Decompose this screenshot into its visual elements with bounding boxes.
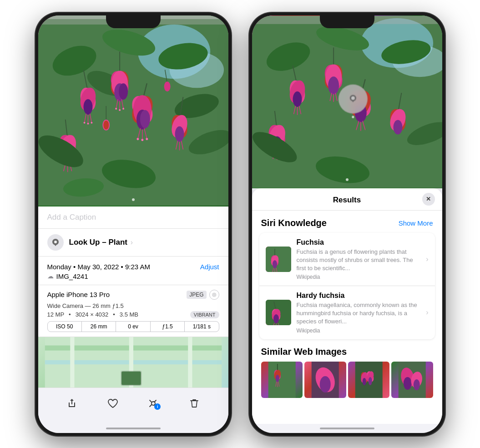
svg-point-60 <box>164 81 170 91</box>
phone2-screen: Results ✕ Siri Knowledge Show More <box>252 15 442 433</box>
svg-point-27 <box>83 121 85 123</box>
svg-point-94 <box>293 91 302 107</box>
similar-image-3[interactable] <box>348 362 390 398</box>
svg-point-58 <box>103 120 109 129</box>
adjust-button[interactable]: Adjust <box>200 263 219 271</box>
svg-rect-73 <box>188 337 192 388</box>
metadata-section: Monday • May 30, 2022 • 9:23 AM Adjust ☁… <box>38 257 228 285</box>
home-bar-2 <box>320 428 374 429</box>
photo-view-2[interactable] <box>252 15 442 188</box>
svg-point-17 <box>115 108 117 110</box>
show-more-button[interactable]: Show More <box>399 219 433 227</box>
notch-2 <box>320 13 374 28</box>
hardy-source: Wikipedia <box>297 327 421 334</box>
svg-point-67 <box>54 241 57 243</box>
svg-point-115 <box>393 120 402 134</box>
svg-point-29 <box>91 121 92 123</box>
date-text: Monday • May 30, 2022 • 9:23 AM <box>47 263 150 271</box>
map-section[interactable] <box>38 337 228 388</box>
svg-point-147 <box>320 376 331 393</box>
siri-knowledge-header: Siri Knowledge Show More <box>252 211 442 233</box>
ev-cell: 0 ev <box>116 322 150 332</box>
results-header: Results ✕ <box>252 188 442 211</box>
hardy-chevron: › <box>426 308 428 317</box>
svg-point-159 <box>414 379 420 390</box>
similar-title: Similar Web Images <box>261 347 433 357</box>
knowledge-item-fuchsia[interactable]: Fuchsia Fuchsia is a genus of flowering … <box>259 233 435 287</box>
fuchsia-info: Fuchsia Fuchsia is a genus of flowering … <box>297 238 421 281</box>
format-badge: JPEG <box>187 291 206 299</box>
phone-1: Add a Caption Look Up – Plant › <box>35 13 231 436</box>
close-button[interactable]: ✕ <box>422 193 435 206</box>
siri-knowledge-title: Siri Knowledge <box>261 218 327 228</box>
camera-model: Apple iPhone 13 Pro <box>47 291 110 298</box>
svg-point-13 <box>119 83 128 100</box>
svg-rect-75 <box>121 371 141 385</box>
fuchsia-name: Fuchsia <box>297 238 421 247</box>
filename: IMG_4241 <box>56 272 88 280</box>
similar-section: Similar Web Images <box>252 339 442 403</box>
favorite-button[interactable] <box>103 393 123 413</box>
lens-info: Wide Camera — 26 mm ƒ1.5 <box>47 302 219 309</box>
iso-cell: ISO 50 <box>48 322 82 332</box>
phone-2: Results ✕ Siri Knowledge Show More <box>249 13 445 436</box>
phone1-screen: Add a Caption Look Up – Plant › <box>38 15 228 433</box>
hardy-desc: Fuchsia magellanica, commonly known as t… <box>297 301 421 326</box>
toolbar: i <box>38 388 228 424</box>
vs-indicator-dot <box>352 116 354 118</box>
similar-images <box>261 362 433 398</box>
phone2-content: Results ✕ Siri Knowledge Show More <box>252 15 442 424</box>
shutter-cell: 1/181 s <box>185 322 218 332</box>
photo-page-indicator-2 <box>346 178 349 181</box>
info-badge: i <box>154 403 161 410</box>
lookup-label: Look Up – Plant › <box>69 238 133 247</box>
svg-point-19 <box>122 108 124 110</box>
fuchsia-source: Wikipedia <box>297 274 421 280</box>
hardy-name: Hardy fuchsia <box>297 292 421 300</box>
similar-image-1[interactable] <box>261 362 303 398</box>
svg-point-28 <box>87 122 89 124</box>
hardy-thumbnail <box>266 300 291 325</box>
lookup-chevron: › <box>131 238 133 246</box>
svg-point-157 <box>404 377 412 390</box>
lookup-icon <box>47 234 64 251</box>
svg-point-125 <box>273 260 277 268</box>
svg-rect-137 <box>268 362 295 398</box>
svg-point-41 <box>146 138 148 140</box>
svg-point-154 <box>368 377 372 385</box>
share-button[interactable] <box>62 393 82 413</box>
svg-point-39 <box>136 138 139 140</box>
fuchsia-desc: Fuchsia is a genus of flowering plants t… <box>297 248 421 273</box>
results-scroll[interactable]: Siri Knowledge Show More <box>252 211 442 424</box>
lookup-row[interactable]: Look Up – Plant › <box>38 229 228 257</box>
home-indicator-2 <box>252 424 442 433</box>
fuchsia-thumbnail <box>266 247 291 272</box>
cloud-icon: ☁ <box>47 272 54 280</box>
trash-icon <box>189 398 199 409</box>
aperture-cell: ƒ1.5 <box>151 322 185 332</box>
visual-search-icon <box>345 91 360 106</box>
similar-image-2[interactable] <box>304 362 346 398</box>
similar-image-4[interactable] <box>391 362 433 398</box>
results-panel: Results ✕ Siri Knowledge Show More <box>252 188 442 424</box>
share-icon <box>66 398 77 409</box>
delete-button[interactable] <box>184 393 204 413</box>
exif-row: ISO 50 26 mm 0 ev ƒ1.5 1/181 s <box>47 321 219 332</box>
tech-specs: 12 MP • 3024 × 4032 • 3.5 MB VIBRANT <box>47 311 219 318</box>
home-bar <box>106 428 161 429</box>
svg-point-133 <box>273 314 279 323</box>
home-indicator <box>38 424 228 433</box>
fuchsia-chevron: › <box>426 255 428 263</box>
knowledge-card: Fuchsia Fuchsia is a genus of flowering … <box>259 233 435 339</box>
caption-area[interactable]: Add a Caption <box>38 206 228 229</box>
svg-point-120 <box>351 96 354 100</box>
visual-search-button[interactable] <box>338 84 367 113</box>
info-button[interactable]: i <box>143 393 163 413</box>
knowledge-item-hardy[interactable]: Hardy fuchsia Fuchsia magellanica, commo… <box>259 286 435 339</box>
svg-point-23 <box>83 99 92 115</box>
heart-icon <box>107 398 119 409</box>
svg-point-40 <box>141 139 143 141</box>
camera-settings-icon[interactable]: ◎ <box>209 290 219 300</box>
svg-rect-71 <box>70 337 74 388</box>
photo-view[interactable] <box>38 15 228 206</box>
